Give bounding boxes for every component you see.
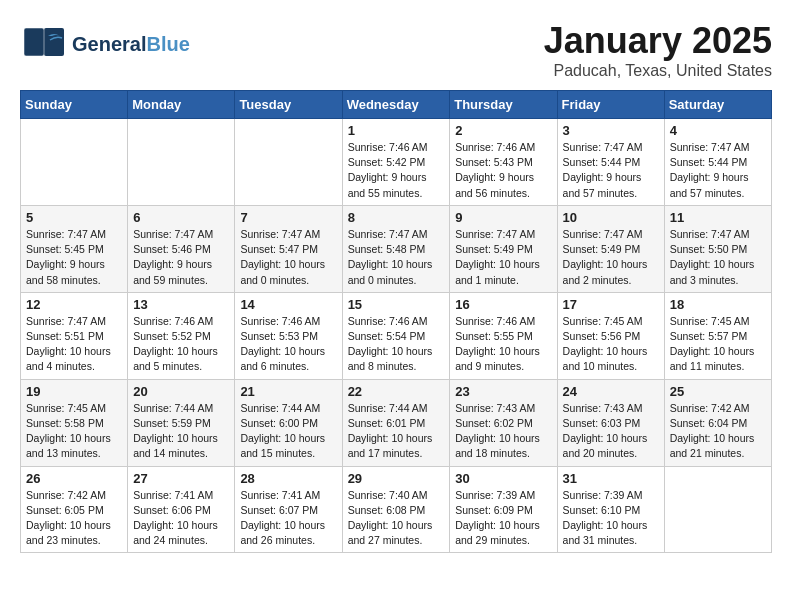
day-number: 13 xyxy=(133,297,229,312)
calendar-week-2: 5Sunrise: 7:47 AMSunset: 5:45 PMDaylight… xyxy=(21,205,772,292)
title-block: January 2025 Paducah, Texas, United Stat… xyxy=(544,20,772,80)
day-info-line: and 27 minutes. xyxy=(348,533,445,548)
day-number: 4 xyxy=(670,123,766,138)
calendar-day-27: 27Sunrise: 7:41 AMSunset: 6:06 PMDayligh… xyxy=(128,466,235,553)
day-info-line: and 2 minutes. xyxy=(563,273,659,288)
day-content: Sunrise: 7:47 AMSunset: 5:51 PMDaylight:… xyxy=(26,314,122,375)
day-info-line: Daylight: 10 hours xyxy=(26,431,122,446)
day-info-line: Sunrise: 7:43 AM xyxy=(563,401,659,416)
day-info-line: Daylight: 9 hours xyxy=(348,170,445,185)
day-number: 24 xyxy=(563,384,659,399)
calendar-day-5: 5Sunrise: 7:47 AMSunset: 5:45 PMDaylight… xyxy=(21,205,128,292)
day-info-line: Daylight: 9 hours xyxy=(670,170,766,185)
day-number: 6 xyxy=(133,210,229,225)
weekday-header-row: SundayMondayTuesdayWednesdayThursdayFrid… xyxy=(21,91,772,119)
empty-cell xyxy=(21,119,128,206)
day-info-line: and 20 minutes. xyxy=(563,446,659,461)
weekday-header-friday: Friday xyxy=(557,91,664,119)
day-content: Sunrise: 7:47 AMSunset: 5:44 PMDaylight:… xyxy=(670,140,766,201)
calendar-day-1: 1Sunrise: 7:46 AMSunset: 5:42 PMDaylight… xyxy=(342,119,450,206)
weekday-header-wednesday: Wednesday xyxy=(342,91,450,119)
day-info-line: Sunrise: 7:47 AM xyxy=(670,227,766,242)
day-number: 10 xyxy=(563,210,659,225)
day-info-line: Daylight: 10 hours xyxy=(563,431,659,446)
day-info-line: and 24 minutes. xyxy=(133,533,229,548)
day-number: 19 xyxy=(26,384,122,399)
day-info-line: Sunrise: 7:39 AM xyxy=(563,488,659,503)
day-info-line: Sunset: 5:46 PM xyxy=(133,242,229,257)
day-info-line: Sunrise: 7:43 AM xyxy=(455,401,551,416)
day-number: 21 xyxy=(240,384,336,399)
day-content: Sunrise: 7:47 AMSunset: 5:48 PMDaylight:… xyxy=(348,227,445,288)
day-info-line: Sunset: 5:59 PM xyxy=(133,416,229,431)
day-info-line: Sunset: 5:50 PM xyxy=(670,242,766,257)
day-info-line: Daylight: 10 hours xyxy=(563,257,659,272)
weekday-header-thursday: Thursday xyxy=(450,91,557,119)
month-title: January 2025 xyxy=(544,20,772,62)
day-info-line: Sunset: 5:49 PM xyxy=(455,242,551,257)
day-info-line: and 4 minutes. xyxy=(26,359,122,374)
day-info-line: Sunset: 5:55 PM xyxy=(455,329,551,344)
day-info-line: Sunrise: 7:45 AM xyxy=(26,401,122,416)
day-info-line: Sunset: 5:44 PM xyxy=(563,155,659,170)
calendar-day-6: 6Sunrise: 7:47 AMSunset: 5:46 PMDaylight… xyxy=(128,205,235,292)
day-number: 25 xyxy=(670,384,766,399)
day-info-line: Sunset: 5:49 PM xyxy=(563,242,659,257)
day-info-line: Daylight: 10 hours xyxy=(348,344,445,359)
day-info-line: and 56 minutes. xyxy=(455,186,551,201)
empty-cell xyxy=(128,119,235,206)
day-content: Sunrise: 7:39 AMSunset: 6:10 PMDaylight:… xyxy=(563,488,659,549)
day-content: Sunrise: 7:42 AMSunset: 6:04 PMDaylight:… xyxy=(670,401,766,462)
day-info-line: Sunset: 5:48 PM xyxy=(348,242,445,257)
day-info-line: Sunrise: 7:46 AM xyxy=(455,140,551,155)
svg-rect-1 xyxy=(44,28,64,56)
calendar-day-28: 28Sunrise: 7:41 AMSunset: 6:07 PMDayligh… xyxy=(235,466,342,553)
logo: GeneralBlue xyxy=(20,20,190,68)
day-info-line: Sunset: 6:01 PM xyxy=(348,416,445,431)
day-info-line: Sunset: 5:42 PM xyxy=(348,155,445,170)
day-info-line: Sunset: 5:57 PM xyxy=(670,329,766,344)
day-content: Sunrise: 7:45 AMSunset: 5:58 PMDaylight:… xyxy=(26,401,122,462)
day-number: 17 xyxy=(563,297,659,312)
day-info-line: Sunrise: 7:46 AM xyxy=(348,140,445,155)
day-info-line: Daylight: 10 hours xyxy=(348,518,445,533)
day-info-line: Sunset: 6:06 PM xyxy=(133,503,229,518)
day-info-line: Sunrise: 7:47 AM xyxy=(563,227,659,242)
calendar-day-18: 18Sunrise: 7:45 AMSunset: 5:57 PMDayligh… xyxy=(664,292,771,379)
day-number: 14 xyxy=(240,297,336,312)
day-info-line: Sunrise: 7:47 AM xyxy=(455,227,551,242)
day-number: 9 xyxy=(455,210,551,225)
day-info-line: and 17 minutes. xyxy=(348,446,445,461)
day-content: Sunrise: 7:40 AMSunset: 6:08 PMDaylight:… xyxy=(348,488,445,549)
calendar-day-25: 25Sunrise: 7:42 AMSunset: 6:04 PMDayligh… xyxy=(664,379,771,466)
calendar-week-5: 26Sunrise: 7:42 AMSunset: 6:05 PMDayligh… xyxy=(21,466,772,553)
day-info-line: Daylight: 9 hours xyxy=(563,170,659,185)
day-info-line: Daylight: 10 hours xyxy=(133,431,229,446)
day-info-line: Sunset: 6:00 PM xyxy=(240,416,336,431)
day-content: Sunrise: 7:46 AMSunset: 5:42 PMDaylight:… xyxy=(348,140,445,201)
day-info-line: Daylight: 10 hours xyxy=(670,257,766,272)
day-info-line: Sunrise: 7:46 AM xyxy=(240,314,336,329)
logo-general: GeneralBlue xyxy=(72,33,190,55)
calendar-week-4: 19Sunrise: 7:45 AMSunset: 5:58 PMDayligh… xyxy=(21,379,772,466)
calendar-day-20: 20Sunrise: 7:44 AMSunset: 5:59 PMDayligh… xyxy=(128,379,235,466)
day-info-line: Sunset: 5:54 PM xyxy=(348,329,445,344)
calendar-day-15: 15Sunrise: 7:46 AMSunset: 5:54 PMDayligh… xyxy=(342,292,450,379)
day-info-line: Sunset: 6:02 PM xyxy=(455,416,551,431)
day-info-line: and 0 minutes. xyxy=(240,273,336,288)
day-info-line: Sunset: 5:56 PM xyxy=(563,329,659,344)
day-info-line: Sunset: 5:43 PM xyxy=(455,155,551,170)
day-info-line: Sunset: 6:09 PM xyxy=(455,503,551,518)
day-info-line: Sunrise: 7:46 AM xyxy=(348,314,445,329)
day-content: Sunrise: 7:47 AMSunset: 5:47 PMDaylight:… xyxy=(240,227,336,288)
location: Paducah, Texas, United States xyxy=(544,62,772,80)
calendar-day-11: 11Sunrise: 7:47 AMSunset: 5:50 PMDayligh… xyxy=(664,205,771,292)
day-info-line: Daylight: 9 hours xyxy=(26,257,122,272)
day-info-line: Sunrise: 7:47 AM xyxy=(670,140,766,155)
calendar-day-29: 29Sunrise: 7:40 AMSunset: 6:08 PMDayligh… xyxy=(342,466,450,553)
day-info-line: Sunset: 6:05 PM xyxy=(26,503,122,518)
day-info-line: Daylight: 10 hours xyxy=(563,518,659,533)
day-info-line: and 14 minutes. xyxy=(133,446,229,461)
day-content: Sunrise: 7:43 AMSunset: 6:03 PMDaylight:… xyxy=(563,401,659,462)
day-info-line: Sunrise: 7:41 AM xyxy=(133,488,229,503)
